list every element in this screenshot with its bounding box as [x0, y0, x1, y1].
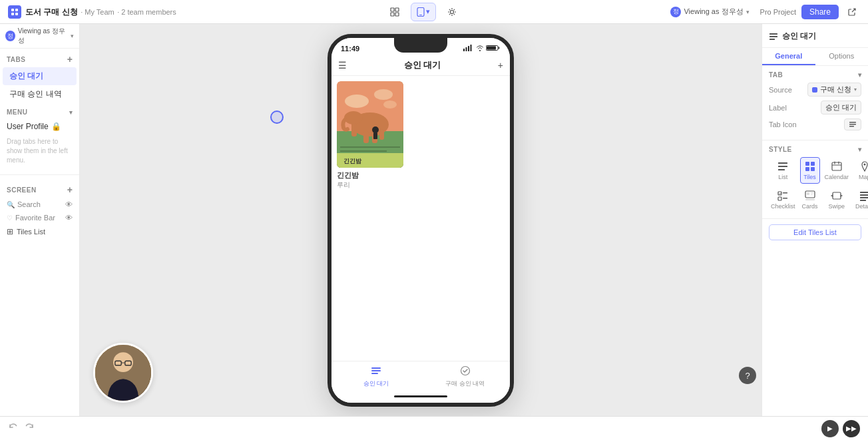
grid-view-button[interactable]: [384, 3, 405, 21]
settings-button[interactable]: [441, 3, 463, 21]
style-checklist[interactable]: Checklist: [769, 186, 797, 213]
source-dropdown-icon: ▾: [854, 87, 857, 93]
phone-nav-title: 승인 대기: [347, 59, 498, 71]
svg-point-39: [113, 352, 133, 372]
book-tile[interactable]: 긴긴밤 긴긴밤 루리: [337, 81, 403, 190]
top-bar-center: ▾: [182, 3, 666, 21]
style-list[interactable]: List: [769, 157, 797, 184]
sidebar-item-favorite[interactable]: ♡ Favorite Bar 👁: [0, 211, 79, 224]
hamburger-icon[interactable]: ☰: [338, 60, 347, 71]
svg-rect-12: [466, 47, 467, 51]
favorite-label: Favorite Bar: [15, 214, 65, 222]
svg-rect-27: [379, 129, 384, 140]
style-tiles-label: Tiles: [803, 174, 816, 180]
sidebar-item-search[interactable]: 🔍 Search 👁: [0, 198, 79, 211]
right-panel: 승인 대기 General Options TAB ▾ Source 구매 신청…: [761, 24, 868, 416]
phone-tab-pending[interactable]: 승인 대기: [331, 361, 421, 391]
viewing-dropdown-icon: ▾: [746, 9, 750, 15]
list-icon-small: [849, 120, 857, 128]
source-dot: [812, 87, 817, 93]
style-swipe[interactable]: Swipe: [823, 186, 851, 213]
tiles-icon: ⊞: [7, 227, 13, 236]
heart-icon-small: ♡: [7, 214, 13, 222]
external-link-button[interactable]: [844, 4, 860, 20]
svg-rect-51: [778, 169, 785, 170]
svg-rect-50: [778, 166, 787, 167]
top-bar-right: 정 Viewing as 정우성 ▾ Pro Project Share: [670, 4, 860, 20]
top-bar: 도서 구매 신청 · My Team · 2 team members ▾ 정 …: [0, 0, 868, 24]
search-label: Search: [17, 200, 65, 208]
svg-rect-69: [805, 199, 815, 200]
avatar-image: [95, 345, 151, 401]
screen-section-header[interactable]: SCREEN +: [0, 179, 79, 198]
phone-notch: [394, 38, 447, 53]
cards-style-icon: [804, 190, 816, 202]
style-section-header[interactable]: STYLE ▾: [769, 146, 861, 153]
svg-rect-70: [833, 192, 841, 199]
svg-rect-74: [860, 200, 866, 201]
svg-rect-16: [487, 46, 496, 49]
edit-tiles-button[interactable]: Edit Tiles List: [769, 224, 861, 240]
tiles-list-label: Tiles List: [17, 228, 45, 236]
book-cover-art: 긴긴밤: [337, 81, 403, 168]
tab-section-header[interactable]: TAB ▾: [769, 71, 861, 79]
add-icon[interactable]: +: [498, 60, 503, 71]
sidebar-viewing-avatar: 정: [5, 31, 15, 41]
play-button[interactable]: ▶: [821, 420, 839, 437]
svg-point-19: [345, 95, 369, 108]
sidebar-item-user-profile[interactable]: User Profile 🔒: [0, 118, 79, 134]
share-button[interactable]: Share: [801, 5, 839, 19]
next-button[interactable]: ▶▶: [843, 420, 860, 437]
calendar-style-icon: [831, 160, 843, 172]
svg-rect-1: [15, 9, 18, 11]
top-bar-left: 도서 구매 신청 · My Team · 2 team members: [8, 5, 176, 19]
tab-general[interactable]: General: [762, 48, 815, 65]
redo-button[interactable]: [24, 422, 35, 435]
svg-point-60: [863, 164, 865, 166]
svg-rect-14: [471, 45, 472, 51]
svg-rect-3: [15, 13, 18, 15]
tabs-section-header[interactable]: TABS +: [0, 49, 79, 67]
viewing-as-bar[interactable]: 정 Viewing as 정우성 ▾: [0, 24, 79, 49]
help-button[interactable]: ?: [739, 367, 756, 384]
viewing-as-indicator[interactable]: 정 Viewing as 정우성 ▾: [670, 7, 749, 17]
device-toggle-button[interactable]: ▾: [411, 3, 436, 21]
approved-tab-icon: [460, 365, 471, 378]
style-details[interactable]: Details: [853, 186, 868, 213]
svg-rect-7: [395, 13, 399, 16]
svg-rect-47: [849, 124, 856, 125]
style-tiles[interactable]: Tiles: [800, 157, 820, 184]
sidebar-item-approved[interactable]: 구매 승인 내역: [3, 85, 77, 103]
tab-options[interactable]: Options: [815, 48, 869, 65]
phone-tab-approved-label: 구매 승인 내역: [445, 379, 485, 388]
sidebar-item-tiles-list[interactable]: ⊞ Tiles List: [0, 224, 79, 239]
svg-rect-11: [463, 49, 465, 51]
phone-status-right: [463, 45, 501, 51]
tab-icon-row: Tab Icon: [769, 118, 861, 130]
add-screen-button[interactable]: +: [67, 184, 73, 195]
svg-rect-6: [391, 13, 394, 16]
svg-rect-68: [811, 194, 813, 195]
tab-icon-value[interactable]: [844, 118, 861, 130]
tab-icon-label: Tab Icon: [769, 120, 797, 128]
style-cards[interactable]: Cards: [800, 186, 820, 213]
phone-content: 긴긴밤 긴긴밤 루리: [331, 76, 510, 361]
style-calendar[interactable]: Calendar: [823, 157, 851, 184]
label-label: Label: [769, 104, 787, 112]
undo-button[interactable]: [8, 422, 19, 435]
menu-section-header[interactable]: MENU ▾: [0, 103, 79, 118]
phone-tab-approved[interactable]: 구매 승인 내역: [421, 361, 510, 391]
phone-nav-bar: ☰ 승인 대기 +: [331, 55, 510, 76]
book-author: 루리: [337, 180, 403, 190]
svg-rect-55: [811, 167, 815, 171]
style-map[interactable]: Map: [853, 157, 868, 184]
add-tab-button[interactable]: +: [67, 54, 73, 65]
source-value[interactable]: 구매 신청 ▾: [807, 83, 861, 97]
label-value[interactable]: 승인 대기: [821, 101, 861, 114]
right-panel-header: 승인 대기: [762, 24, 868, 48]
tab-pending-label: 승인 대기: [9, 71, 43, 82]
svg-rect-46: [849, 122, 856, 123]
style-checklist-label: Checklist: [771, 203, 795, 210]
sidebar-item-pending[interactable]: 승인 대기: [3, 67, 77, 85]
style-list-label: List: [778, 174, 787, 180]
